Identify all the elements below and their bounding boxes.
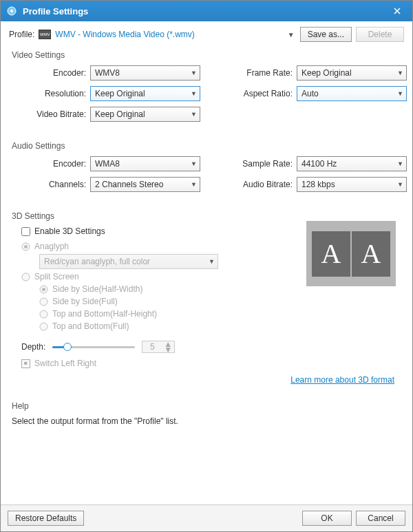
preview-letter-right: A — [352, 231, 390, 277]
profile-row: Profile: WMV WMV - Windows Media Video (… — [9, 27, 404, 42]
chevron-down-icon: ▼ — [191, 70, 197, 76]
profile-label: Profile: — [9, 30, 34, 39]
radio-icon — [39, 285, 48, 294]
anaglyph-label: Anaglyph — [34, 242, 69, 251]
depth-value: 5 — [142, 342, 162, 352]
radio-icon — [21, 242, 30, 251]
audio-encoder-combo[interactable]: WMA8▼ — [90, 156, 200, 171]
split-screen-label: Split Screen — [34, 272, 79, 281]
sbs-half-row: Side by Side(Half-Width) — [39, 284, 306, 294]
svg-point-4 — [22, 273, 30, 281]
preview-letter-left: A — [312, 231, 350, 277]
anaglyph-mode-combo: Red/cyan anaglyph, full color▼ — [39, 254, 218, 269]
resolution-label: Resolution: — [14, 89, 90, 98]
aspect-ratio-combo[interactable]: Auto▼ — [297, 86, 407, 101]
chevron-down-icon: ▼ — [397, 160, 403, 167]
titlebar: Profile Settings — [1, 1, 412, 21]
audio-group-title: Audio Settings — [12, 141, 404, 151]
depth-spinner: 5 ▲▼ — [142, 341, 175, 353]
anaglyph-radio-row: Anaglyph — [21, 242, 306, 251]
switch-lr-label: Switch Left Right — [34, 359, 96, 368]
switch-lr-checkbox-icon — [21, 359, 30, 368]
audio-settings-grid: Encoder: WMA8▼ Sample Rate: 44100 Hz▼ Ch… — [14, 156, 404, 192]
cancel-button[interactable]: Cancel — [356, 511, 405, 526]
audio-bitrate-label: Audio Bitrate: — [228, 180, 297, 189]
content-area: Profile: WMV WMV - Windows Media Video (… — [1, 21, 412, 504]
depth-row: Depth: 5 ▲▼ — [21, 341, 401, 353]
channels-label: Channels: — [14, 180, 90, 189]
split-screen-radio-row: Split Screen — [21, 272, 306, 281]
svg-point-9 — [40, 323, 47, 330]
svg-point-6 — [42, 288, 45, 291]
anaglyph-mode-row: Red/cyan anaglyph, full color▼ — [39, 254, 306, 269]
chevron-down-icon: ▼ — [191, 111, 197, 118]
svg-point-7 — [40, 298, 47, 306]
audio-encoder-label: Encoder: — [14, 159, 90, 169]
spinner-arrows-icon: ▲▼ — [162, 341, 174, 352]
resolution-combo[interactable]: Keep Original▼ — [90, 86, 200, 101]
enable-3d-checkbox[interactable] — [21, 227, 30, 236]
tab-full-row: Top and Bottom(Full) — [39, 321, 401, 331]
app-icon — [6, 6, 17, 17]
chevron-down-icon: ▼ — [397, 70, 403, 76]
save-as-button[interactable]: Save as... — [300, 27, 352, 42]
sample-rate-combo[interactable]: 44100 Hz▼ — [297, 156, 407, 171]
learn-more-link[interactable]: Learn more about 3D format — [290, 375, 394, 385]
svg-point-8 — [40, 310, 47, 318]
depth-label: Depth: — [21, 342, 45, 352]
channels-combo[interactable]: 2 Channels Stereo▼ — [90, 177, 200, 192]
tab-half-row: Top and Bottom(Half-Height) — [39, 309, 401, 319]
ok-button[interactable]: OK — [302, 511, 352, 526]
radio-icon — [39, 322, 48, 331]
frame-rate-label: Frame Rate: — [228, 68, 297, 78]
radio-icon — [39, 310, 48, 319]
learn-more-row: Learn more about 3D format — [12, 375, 394, 385]
sbs-full-row: Side by Side(Full) — [39, 297, 401, 306]
delete-button: Delete — [356, 27, 404, 42]
help-text: Select the output format from the "Profi… — [12, 416, 401, 426]
audio-bitrate-combo[interactable]: 128 kbps▼ — [297, 177, 407, 192]
frame-rate-combo[interactable]: Keep Original▼ — [297, 65, 407, 81]
video-encoder-combo[interactable]: WMV8▼ — [90, 65, 200, 81]
restore-defaults-button[interactable]: Restore Defaults — [8, 511, 84, 526]
depth-slider[interactable] — [52, 342, 135, 352]
enable-3d-label: Enable 3D Settings — [34, 226, 105, 236]
3d-preview: A A — [306, 221, 396, 286]
window-title: Profile Settings — [23, 6, 388, 17]
svg-point-3 — [24, 245, 28, 248]
switch-lr-row: Switch Left Right — [21, 359, 401, 368]
profile-format-icon: WMV — [39, 30, 51, 39]
video-encoder-label: Encoder: — [14, 68, 90, 78]
3d-group-title: 3D Settings — [12, 211, 401, 221]
chevron-down-icon: ▼ — [191, 181, 197, 188]
sample-rate-label: Sample Rate: — [228, 159, 297, 169]
chevron-down-icon: ▼ — [397, 181, 403, 188]
chevron-down-icon: ▼ — [191, 90, 197, 97]
chevron-down-icon: ▼ — [191, 160, 197, 167]
video-bitrate-combo[interactable]: Keep Original▼ — [90, 107, 200, 122]
profile-dropdown-caret[interactable]: ▼ — [286, 31, 296, 39]
footer: Restore Defaults OK Cancel — [1, 504, 412, 531]
profile-name: WMV - Windows Media Video (*.wmv) — [55, 30, 282, 39]
video-bitrate-label: Video Bitrate: — [14, 109, 90, 119]
help-group-title: Help — [12, 401, 404, 411]
video-group-title: Video Settings — [12, 50, 404, 60]
3d-settings-group: 3D Settings Enable 3D Settings A A Anagl… — [12, 211, 401, 385]
aspect-ratio-label: Aspect Ratio: — [228, 89, 297, 98]
video-settings-grid: Encoder: WMV8▼ Frame Rate: Keep Original… — [14, 65, 404, 122]
chevron-down-icon: ▼ — [209, 258, 215, 265]
radio-icon — [39, 297, 48, 306]
radio-icon — [21, 273, 30, 281]
close-button[interactable] — [388, 1, 407, 21]
svg-point-1 — [10, 10, 13, 12]
slider-thumb-icon[interactable] — [63, 343, 72, 351]
chevron-down-icon: ▼ — [397, 90, 403, 97]
